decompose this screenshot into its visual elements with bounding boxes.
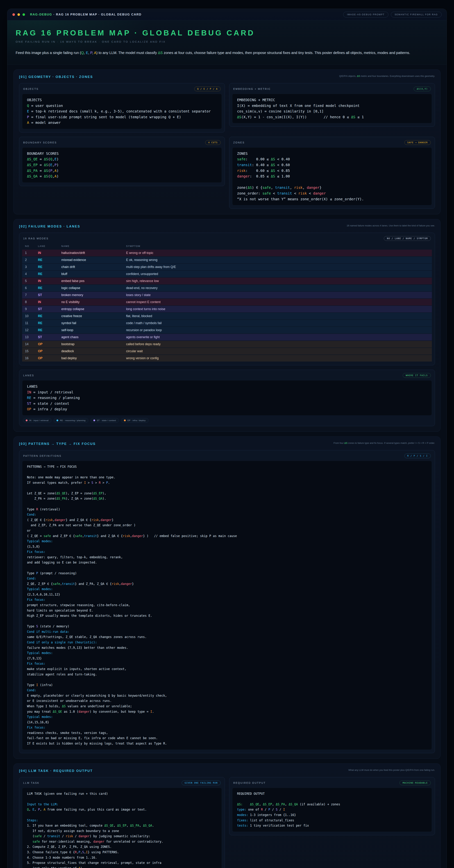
text-segment: ZONES (237, 152, 248, 156)
text-segment: or (27, 529, 31, 532)
section-title: [01] GEOMETRY · OBJECTS · ZONES (19, 74, 93, 79)
code-line: If not, directly assign each boundary to… (27, 828, 217, 834)
text-segment: from one failing run, plus this card as … (45, 808, 147, 811)
code-line: Note: one mode may appear in more than o… (27, 475, 427, 480)
panel-pattern-definitions: PATTERN DEFINITIONSR / P / S / IPATTERNS… (19, 450, 435, 753)
text-segment: ) (57, 163, 59, 167)
text-segment: / (263, 808, 268, 811)
text-segment: ). (80, 866, 84, 868)
code-line: Fix focus: (27, 661, 427, 666)
cell-lane: RE (35, 256, 59, 264)
text-segment: ΔS (237, 115, 241, 119)
code-line: ΔS_EP = ΔS(E,P) (27, 162, 217, 168)
text-segment: Q (27, 104, 29, 108)
text-segment: Fix focus: (27, 662, 45, 665)
code-line: ΔS_PA = ΔS(P,A) (27, 168, 217, 174)
text-segment: ΔS (44, 174, 48, 178)
cell-no: 14 (22, 341, 35, 348)
text-segment: > (101, 481, 106, 485)
code-line: safe for near-identical meaning, danger … (27, 839, 217, 844)
code-line: ( Z_QE = safe and Z_EP ∈ {safe,transit} … (27, 533, 427, 539)
cell-lane: OP (35, 355, 59, 362)
text-segment: 1-3 integers from {1..16} (248, 813, 296, 817)
panel-lanes: LANESWHERE IT FAILSLANESIN = input / ret… (19, 370, 435, 426)
cell-no: 13 (22, 334, 35, 341)
code-line: ( Z_QE ∈ {risk,danger} and Z_QA ∈ {risk,… (27, 518, 427, 523)
cell-name: self-loop (59, 327, 123, 334)
code-line: Fix focus: (27, 597, 427, 602)
text-segment: danger (101, 518, 111, 522)
text-segment: From four (333, 442, 344, 444)
text-segment: : 0.00 ≤ (246, 157, 271, 161)
text-segment: danger (55, 518, 66, 522)
text-segment: Let Z_QE = zone( (27, 492, 57, 495)
code-line: LLM TASK (given one failing run + this c… (27, 791, 217, 797)
code-line (237, 796, 427, 802)
text-segment: hard limits on speculation beyond E. (27, 609, 93, 612)
window-minimize-icon[interactable] (18, 13, 20, 16)
text-segment: ≤ 1 (355, 115, 364, 119)
text-segment: danger (78, 710, 90, 713)
text-segment: values are undefined or unreliable; (66, 704, 132, 708)
column-header: NO (22, 243, 35, 250)
text-segment: : 0.40 ≤ (252, 163, 271, 167)
legend-dot-icon (124, 420, 126, 421)
text-segment: ΔS (158, 51, 163, 55)
text-segment: Input to the LLM: (27, 803, 58, 806)
cell-name: symbol fail (59, 320, 123, 327)
text-segment: or E inconsistent or unobservable across… (27, 699, 112, 703)
window-close-icon[interactable] (12, 13, 15, 16)
code-line (27, 677, 427, 682)
cell-name: bluff (59, 271, 123, 278)
text-segment: When Type I holds, (27, 704, 62, 708)
text-segment: } (112, 518, 114, 522)
text-segment: 4. Choose 1-3 mode numbers from 1..16. (27, 856, 97, 859)
text-segment: , (77, 850, 78, 854)
text-segment: , (52, 157, 55, 161)
text-segment: Feed this image plus a single failing ru… (15, 51, 81, 55)
text-segment: E (55, 157, 57, 161)
text-segment: ) ∈ { (252, 186, 262, 190)
text-segment: Fix focus: (27, 598, 45, 601)
table-row: 15OPdeadlockcircular wait (22, 348, 432, 355)
text-segment: P (55, 163, 57, 167)
panel-embedding-metric: EMBEDDING + METRICΔS(X,Y)EMBEDDING + MET… (229, 83, 435, 127)
text-segment: transit (237, 163, 252, 167)
legend-chip: IN · input / retrieval (23, 418, 52, 423)
text-segment: > (93, 481, 99, 485)
code-line: Q = user question (27, 103, 217, 109)
text-segment: ΔS (44, 168, 48, 173)
text-segment: A (55, 174, 57, 178)
text-segment: = state / context (31, 402, 69, 406)
code-line: Steps: (27, 818, 217, 823)
cell-sym: code / math / symbols fail (123, 320, 432, 327)
text-segment: } (132, 582, 134, 586)
code-line: E empty, placeholder or clearly mismatch… (27, 693, 427, 699)
text-segment: PATTERNS → TYPE → FIX FOCUS (27, 465, 77, 468)
cell-no: 1 (22, 250, 35, 256)
panel-header: REQUIRED OUTPUTMACHINE-READABLE (233, 780, 431, 785)
code-line: same Q/E/P/settings, Z_QE stable, Z_QA c… (27, 634, 427, 640)
text-segment: = input / retrieval (31, 390, 73, 394)
text-segment: , (82, 534, 84, 538)
text-segment: = user question (29, 104, 63, 108)
code-line: zone(ΔS) ∈ {safe, transit, risk, danger} (237, 185, 427, 191)
table-row: 3REchain driftmulti-step plan drifts awa… (22, 264, 432, 271)
text-segment: , (40, 808, 43, 811)
text-segment: If E exists but is hidden only by missin… (27, 742, 167, 745)
text-segment: (not only the wording of (27, 866, 78, 868)
code-line: When Type I holds, ΔS values are undefin… (27, 704, 427, 709)
text-segment: {2,3,4,6,10,11,12} (27, 593, 60, 596)
code-block: EMBEDDING + METRICI(X) = embedding of te… (232, 94, 432, 123)
code-line: High Z_EP usually means the template dis… (27, 613, 427, 619)
text-segment: / (270, 808, 276, 811)
text-segment: ΔS_PA (130, 824, 139, 827)
text-segment: same Q/E/P/settings, Z_QE stable, Z_QA c… (27, 635, 147, 639)
window-zoom-icon[interactable] (23, 13, 25, 16)
section-02: [02] FAILURE MODES · LANES16 named failu… (13, 219, 441, 432)
text-segment: ), Z_EP = zone( (66, 492, 93, 495)
text-segment: danger (307, 186, 319, 190)
text-segment: A (43, 808, 45, 811)
text-segment: P (268, 808, 270, 811)
cell-lane: RE (35, 264, 59, 271)
